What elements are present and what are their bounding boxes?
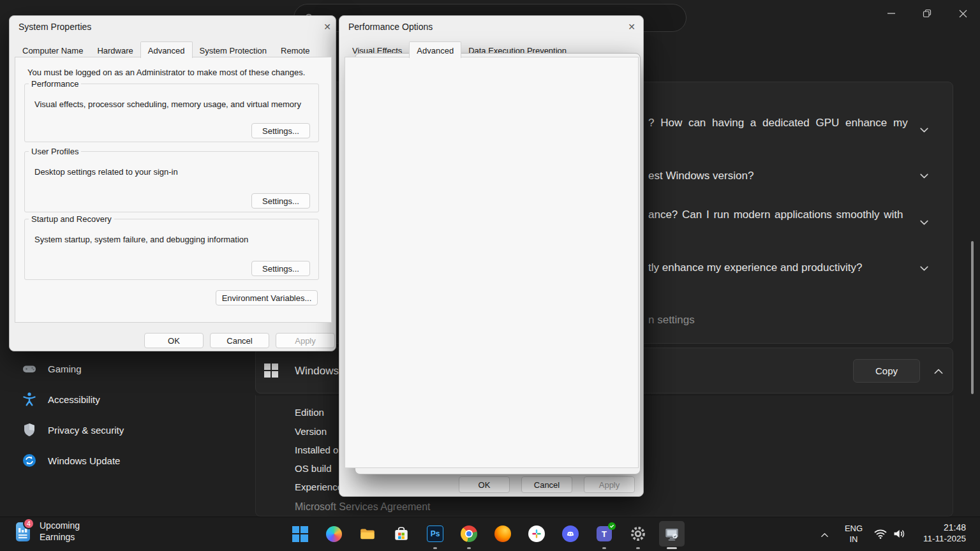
taskbar-icons: Ps: [287, 518, 685, 547]
minimize-icon: [887, 9, 896, 18]
spec-row-installed-on: Installed on: [295, 444, 344, 455]
desktop: ? How can having a dedicated GPU enhance…: [0, 0, 980, 551]
tab-system-protection[interactable]: System Protection: [193, 43, 274, 58]
settings-scrollbar[interactable]: [971, 241, 974, 394]
sidebar-item-label: Accessibility: [48, 394, 100, 405]
group-title: Startup and Recovery: [29, 214, 114, 224]
expand-chevron-down-icon[interactable]: [919, 124, 930, 138]
taskbar-file-explorer[interactable]: [355, 521, 380, 547]
expand-chevron-down-icon[interactable]: [919, 263, 930, 276]
spec-row-experience: Experience: [295, 481, 343, 492]
sidebar-item-gaming[interactable]: Gaming: [13, 355, 240, 382]
apply-button[interactable]: Apply: [584, 476, 635, 493]
settings-close-button[interactable]: [950, 5, 976, 22]
taskbar-chrome[interactable]: [456, 521, 482, 547]
tab-computer-name[interactable]: Computer Name: [15, 43, 90, 58]
expand-chevron-down-icon[interactable]: [919, 217, 930, 230]
sidebar-item-label: Gaming: [48, 364, 82, 374]
gear-icon: [630, 525, 646, 542]
taskbar-photoshop[interactable]: Ps: [422, 521, 448, 547]
windows-logo-icon: [264, 364, 278, 378]
restore-icon: [923, 9, 932, 18]
user-profiles-group: User Profiles Desktop settings related t…: [24, 151, 319, 212]
wifi-icon[interactable]: [873, 526, 888, 544]
system-properties-dialog: System Properties ✕ Computer Name Hardwa…: [9, 15, 336, 351]
group-desc: System startup, system failure, and debu…: [34, 235, 248, 244]
sidebar-item-accessibility[interactable]: Accessibility: [13, 386, 240, 413]
taskbar-microsoft-store[interactable]: [389, 521, 414, 547]
settings-minimize-button[interactable]: [879, 5, 904, 22]
collapse-chevron-up-icon[interactable]: [933, 366, 944, 380]
performance-group: Performance Visual effects, processor sc…: [24, 84, 319, 142]
sidebar-item-windows-update[interactable]: Windows Update: [13, 447, 240, 474]
taskbar-teams[interactable]: T: [591, 521, 617, 547]
active-window-indicator: [667, 547, 677, 549]
tab-advanced[interactable]: Advanced: [409, 41, 461, 58]
taskbar-system-properties-window[interactable]: [659, 521, 685, 547]
tab-hardware[interactable]: Hardware: [90, 43, 140, 58]
cancel-button[interactable]: Cancel: [210, 333, 269, 348]
startup-recovery-settings-button[interactable]: Settings...: [251, 261, 310, 276]
notification-badge: 4: [23, 518, 34, 529]
cancel-button[interactable]: Cancel: [521, 476, 572, 493]
running-indicator: [433, 547, 437, 549]
faq-question: est Windows version?: [648, 170, 754, 182]
ok-button[interactable]: OK: [144, 333, 204, 348]
group-title: User Profiles: [29, 147, 81, 156]
shield-icon: [22, 422, 37, 437]
dialog-title: System Properties: [19, 22, 91, 32]
performance-settings-button[interactable]: Settings...: [251, 123, 310, 138]
tab-remote[interactable]: Remote: [274, 43, 317, 58]
microsoft-services-agreement-link[interactable]: Microsoft Services Agreement: [295, 501, 431, 513]
settings-restore-button[interactable]: [914, 5, 940, 22]
widget-label[interactable]: Upcoming Earnings: [40, 520, 80, 543]
sidebar-item-label: Windows Update: [48, 455, 120, 466]
accessibility-icon: [22, 392, 37, 407]
taskbar: 4 Upcoming Earnings: [0, 517, 980, 551]
update-icon: [22, 453, 37, 468]
taskbar-copilot[interactable]: [321, 521, 346, 547]
copilot-icon: [326, 526, 342, 542]
startup-recovery-group: Startup and Recovery System startup, sys…: [24, 219, 319, 280]
tray-time: 21:48: [905, 522, 966, 533]
environment-variables-button[interactable]: Environment Variables...: [216, 290, 318, 305]
running-indicator: [602, 547, 606, 549]
sidebar-item-privacy-security[interactable]: Privacy & security: [13, 416, 240, 443]
spec-row-version: Version: [295, 426, 327, 437]
performance-options-dialog: Performance Options ✕ Visual Effects Adv…: [339, 15, 644, 497]
taskbar-slack[interactable]: [524, 521, 549, 547]
running-indicator: [467, 547, 471, 549]
file-explorer-icon: [359, 525, 376, 542]
running-indicator: [636, 547, 640, 549]
close-icon[interactable]: ✕: [626, 21, 637, 33]
group-title: Performance: [29, 79, 81, 89]
faq-partial-link: n settings: [648, 314, 695, 327]
tab-advanced[interactable]: Advanced: [140, 41, 193, 58]
microsoft-store-icon: [393, 525, 410, 542]
tray-date: 11-11-2025: [905, 533, 966, 544]
faq-question: ance? Can I run modern applications smoo…: [648, 209, 903, 221]
photoshop-icon: Ps: [427, 525, 443, 542]
close-icon: [959, 10, 967, 18]
ok-button[interactable]: OK: [459, 476, 510, 493]
close-icon[interactable]: ✕: [322, 21, 333, 33]
tab-strip: Computer Name Hardware Advanced System P…: [15, 43, 317, 58]
tray-chevron-up-icon[interactable]: [816, 528, 833, 542]
expand-chevron-down-icon[interactable]: [919, 170, 930, 184]
faq-question: ? How can having a dedicated GPU enhance…: [648, 117, 908, 129]
clock[interactable]: 21:48 11-11-2025: [905, 522, 966, 544]
windows-start-icon: [292, 526, 308, 542]
start-button[interactable]: [287, 521, 313, 547]
spec-row-os-build: OS build: [295, 463, 332, 474]
taskbar-firefox[interactable]: [490, 521, 516, 547]
firefox-icon: [494, 525, 511, 542]
group-desc: Visual effects, processor scheduling, me…: [34, 99, 301, 109]
taskbar-discord[interactable]: [558, 521, 583, 547]
apply-button[interactable]: Apply: [276, 333, 335, 348]
language-indicator[interactable]: ENG IN: [841, 523, 866, 545]
user-profiles-settings-button[interactable]: Settings...: [251, 193, 310, 209]
windows-spec-card-title: Windows: [295, 365, 339, 378]
taskbar-settings[interactable]: [625, 521, 651, 547]
copy-button[interactable]: Copy: [853, 359, 920, 383]
admin-note: You must be logged on as an Administrato…: [27, 68, 305, 77]
